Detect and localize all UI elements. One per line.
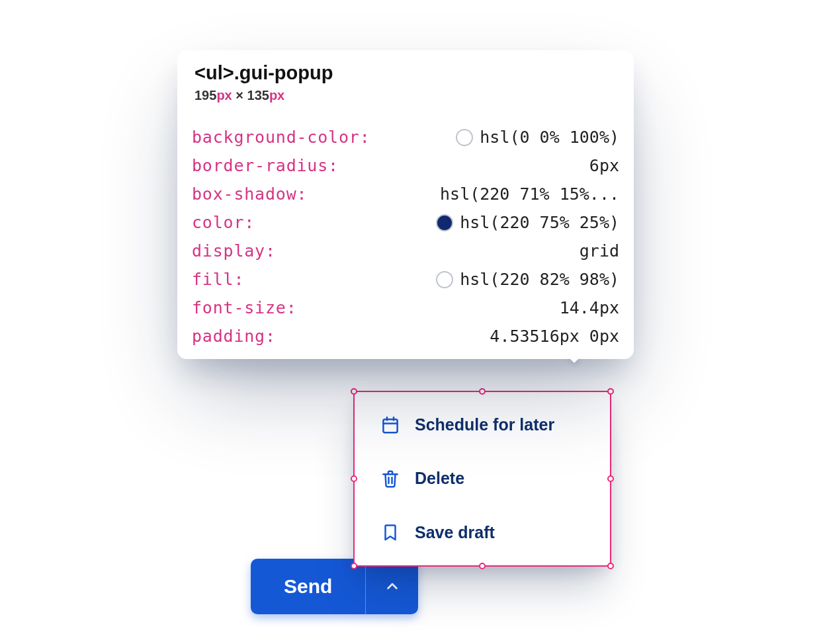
style-property: background-color <box>192 128 370 147</box>
style-row: border-radius6px <box>192 156 619 175</box>
style-row: background-colorhsl(0 0% 100%) <box>192 128 619 147</box>
style-value: 6px <box>589 156 619 175</box>
send-more-button[interactable] <box>365 559 418 614</box>
style-row: font-size14.4px <box>192 298 619 317</box>
style-row: padding4.53516px 0px <box>192 327 619 346</box>
popup-item-label: Save draft <box>415 523 495 542</box>
tooltip-dimensions: 195px × 135px <box>194 88 617 103</box>
style-value: hsl(220 82% 98%) <box>436 270 619 289</box>
style-value-text: 6px <box>589 156 619 175</box>
style-property: color <box>192 213 255 232</box>
tooltip-tag: <ul> <box>194 62 234 83</box>
style-value-text: hsl(220 75% 25%) <box>460 213 619 232</box>
selection-handle[interactable] <box>351 475 357 482</box>
style-value: 14.4px <box>560 298 619 317</box>
style-property: padding <box>192 327 276 346</box>
popup-item-label: Schedule for later <box>415 415 554 434</box>
style-row: fillhsl(220 82% 98%) <box>192 270 619 289</box>
svg-rect-0 <box>383 419 397 432</box>
selection-handle[interactable] <box>607 388 614 395</box>
style-value-text: hsl(0 0% 100%) <box>480 128 619 147</box>
color-swatch-icon <box>436 271 453 288</box>
style-property: fill <box>192 270 244 289</box>
style-value: hsl(220 71% 15%... <box>440 184 619 204</box>
popup-item-label: Delete <box>415 469 464 488</box>
calendar-icon <box>380 415 400 435</box>
style-value: hsl(0 0% 100%) <box>456 128 619 147</box>
popup-item-save-draft[interactable]: Save draft <box>354 506 611 559</box>
style-value: grid <box>580 241 619 261</box>
tooltip-dim-sep: × <box>232 88 247 102</box>
style-value-text: hsl(220 82% 98%) <box>460 270 619 289</box>
style-value: hsl(220 75% 25%) <box>436 213 619 232</box>
tooltip-selector: <ul>.gui-popup <box>194 62 617 84</box>
send-button[interactable]: Send <box>251 559 365 614</box>
popup-item-schedule[interactable]: Schedule for later <box>354 398 611 452</box>
style-value: 4.53516px 0px <box>490 327 619 346</box>
style-row: displaygrid <box>192 241 619 261</box>
selection-handle[interactable] <box>351 388 357 395</box>
px-unit: px <box>269 88 284 102</box>
selection-handle[interactable] <box>351 563 357 569</box>
px-unit: px <box>216 88 232 102</box>
selection-handle[interactable] <box>479 563 486 569</box>
style-row: box-shadowhsl(220 71% 15%... <box>192 184 619 204</box>
style-value-text: 14.4px <box>560 298 619 317</box>
style-value-text: hsl(220 71% 15%... <box>440 184 619 204</box>
send-split-button: Send <box>251 559 418 614</box>
tooltip-styles: background-colorhsl(0 0% 100%)border-rad… <box>192 128 619 346</box>
color-swatch-icon <box>456 129 473 146</box>
tooltip-class: .gui-popup <box>234 62 333 83</box>
gui-popup: Schedule for later Delete Save draft <box>354 391 611 566</box>
color-swatch-icon <box>436 214 453 231</box>
style-property: border-radius <box>192 156 339 175</box>
tooltip-header: <ul>.gui-popup 195px × 135px <box>192 60 619 113</box>
selection-handle[interactable] <box>607 563 614 569</box>
tooltip-height: 135 <box>247 88 269 102</box>
style-property: display <box>192 241 276 261</box>
style-property: box-shadow <box>192 184 307 204</box>
popup-item-delete[interactable]: Delete <box>354 452 611 505</box>
trash-icon <box>380 469 400 489</box>
style-row: colorhsl(220 75% 25%) <box>192 213 619 232</box>
chevron-up-icon <box>385 579 400 594</box>
bookmark-icon <box>380 522 400 542</box>
style-value-text: grid <box>580 241 619 261</box>
selection-handle[interactable] <box>607 475 614 482</box>
tooltip-width: 195 <box>194 88 216 102</box>
style-value-text: 4.53516px 0px <box>490 327 619 346</box>
devtools-element-tooltip: <ul>.gui-popup 195px × 135px background-… <box>177 50 634 359</box>
style-property: font-size <box>192 298 297 317</box>
selection-handle[interactable] <box>479 388 486 395</box>
